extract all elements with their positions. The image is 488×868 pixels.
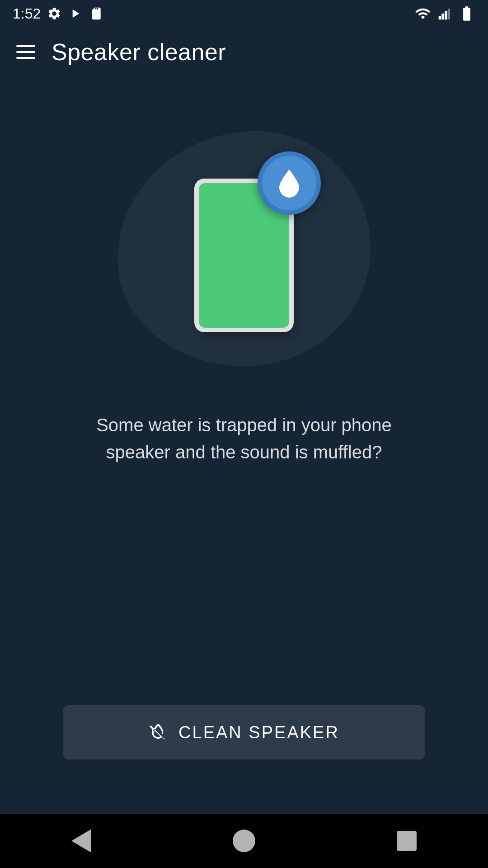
illustration-area [108, 122, 380, 375]
status-right [415, 5, 475, 22]
play-icon [68, 6, 82, 21]
status-time: 1:52 [13, 5, 41, 22]
settings-icon [47, 6, 61, 21]
svg-rect-2 [445, 11, 447, 20]
clean-button-wrapper: CLEAN SPEAKER [27, 705, 461, 760]
recents-button[interactable] [389, 823, 425, 859]
app-bar: Speaker cleaner [0, 27, 488, 77]
description-text: Some water is trapped in your phone spea… [41, 411, 447, 466]
battery-icon [458, 5, 475, 22]
signal-icon [437, 6, 452, 21]
water-drop-icon [273, 167, 305, 199]
home-button[interactable] [226, 823, 262, 859]
phone-body [194, 179, 294, 332]
main-content: Some water is trapped in your phone spea… [0, 77, 488, 814]
app-title: Speaker cleaner [52, 38, 226, 66]
status-left: 1:52 [13, 5, 103, 22]
back-button[interactable] [63, 823, 99, 859]
home-icon [233, 830, 255, 852]
sd-card-icon [89, 6, 103, 21]
recents-icon [397, 831, 417, 851]
menu-button[interactable] [16, 45, 35, 59]
nav-bar [0, 814, 488, 868]
status-bar: 1:52 [0, 0, 488, 27]
no-water-drop-icon [149, 723, 168, 742]
back-icon [71, 829, 91, 853]
clean-speaker-button[interactable]: CLEAN SPEAKER [63, 705, 425, 760]
wifi-icon [415, 5, 431, 22]
water-badge [258, 151, 321, 215]
svg-rect-0 [439, 16, 441, 19]
svg-rect-1 [441, 14, 444, 19]
phone-illustration [194, 179, 294, 332]
clean-speaker-label: CLEAN SPEAKER [178, 723, 339, 742]
svg-rect-3 [448, 9, 450, 19]
